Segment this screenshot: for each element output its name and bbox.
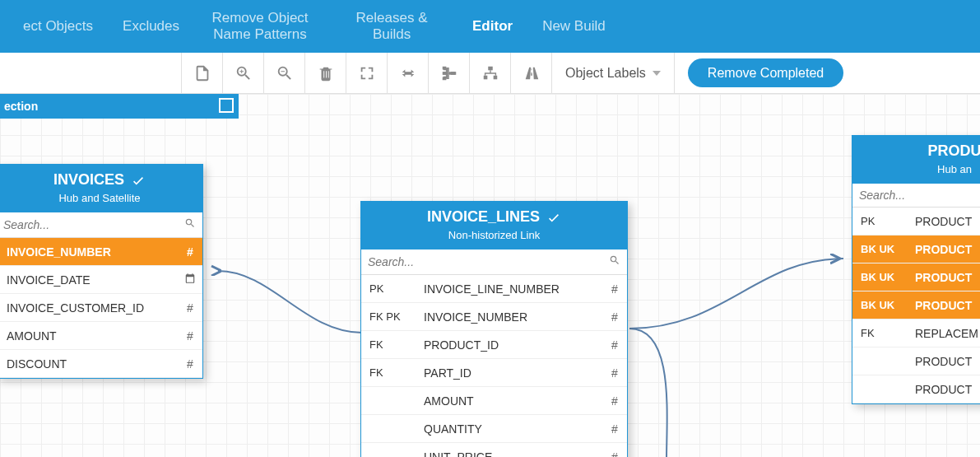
nav-new-build[interactable]: New Build: [527, 18, 620, 35]
column-key: FK: [361, 338, 419, 351]
column-name: PRODUCT_ID: [419, 338, 602, 352]
delete-button[interactable]: [304, 53, 346, 93]
column-row[interactable]: PKPRODUCT: [852, 208, 980, 235]
nav-remove-patterns[interactable]: Remove Object Name Patterns: [194, 10, 326, 44]
column-name: PRODUCT: [910, 215, 980, 228]
road-button[interactable]: [510, 53, 551, 93]
column-type-icon: #: [602, 282, 627, 296]
column-row[interactable]: PRODUCT: [852, 347, 980, 375]
column-key: BK UK: [852, 299, 910, 311]
column-row[interactable]: QUANTITY#: [361, 415, 627, 443]
column-row[interactable]: INVOICE_CUSTOMER_ID#: [0, 294, 202, 322]
column-name: PART_ID: [419, 366, 602, 380]
nav-editor[interactable]: Editor: [457, 18, 527, 35]
remove-completed-button[interactable]: Remove Completed: [688, 58, 843, 87]
trash-icon: [317, 64, 335, 82]
entity-search: [361, 249, 627, 275]
column-type-icon: #: [602, 450, 627, 458]
object-labels-dropdown[interactable]: Object Labels: [551, 53, 675, 93]
column-type-icon: #: [602, 422, 627, 436]
org-chart-icon: [481, 64, 499, 82]
svg-rect-1: [442, 72, 446, 75]
svg-rect-2: [442, 77, 446, 80]
horizontal-arrows-button[interactable]: [387, 53, 428, 93]
search-icon[interactable]: [184, 217, 196, 232]
column-row[interactable]: UNIT_PRICE#: [361, 443, 627, 457]
section-header[interactable]: ection: [0, 94, 239, 119]
column-row[interactable]: BK UKPRODUCT: [852, 291, 980, 319]
column-name: QUANTITY: [419, 422, 602, 436]
column-row[interactable]: FKREPLACEM: [852, 319, 980, 347]
column-name: INVOICE_CUSTOMER_ID: [0, 301, 178, 315]
check-icon: [131, 173, 146, 188]
svg-rect-0: [442, 66, 446, 69]
column-key: PK: [852, 215, 910, 227]
entity-invoice-lines[interactable]: INVOICE_LINES Non-historized Link PKINVO…: [360, 201, 628, 457]
connector-invoice-lines-to-products: [625, 234, 856, 333]
svg-rect-4: [488, 66, 493, 70]
column-row[interactable]: INVOICE_DATE: [0, 266, 202, 294]
zoom-out-button[interactable]: [263, 53, 304, 93]
column-row[interactable]: INVOICE_NUMBER#: [0, 238, 202, 266]
column-key: FK: [852, 327, 910, 339]
hierarchy-icon: [440, 64, 458, 82]
nav-select-objects[interactable]: ect Objects: [8, 18, 108, 35]
column-name: AMOUNT: [0, 329, 178, 343]
entity-subtitle: Hub and Satellite: [2, 192, 197, 204]
column-row[interactable]: FKPART_ID#: [361, 359, 627, 387]
nav-excludes[interactable]: Excludes: [108, 18, 194, 35]
column-key: FK: [361, 366, 419, 379]
column-row[interactable]: FKPRODUCT_ID#: [361, 331, 627, 359]
window-icon: [219, 98, 234, 113]
column-type-icon: #: [178, 329, 202, 343]
document-icon: [193, 64, 211, 82]
column-row[interactable]: BK UKPRODUCT: [852, 235, 980, 263]
connector-invoice-lines-down: [625, 316, 724, 457]
entity-title-text: INVOICE_LINES: [427, 208, 540, 226]
column-row[interactable]: AMOUNT#: [0, 322, 202, 350]
column-name: PRODUCT: [910, 383, 980, 396]
entity-header: INVOICES Hub and Satellite: [0, 165, 202, 212]
chevron-down-icon: [653, 71, 661, 76]
column-key: BK UK: [852, 271, 910, 283]
entity-invoices[interactable]: INVOICES Hub and Satellite INVOICE_NUMBE…: [0, 164, 203, 379]
new-document-button[interactable]: [181, 53, 222, 93]
column-name: INVOICE_LINE_NUMBER: [419, 282, 602, 296]
column-name: PRODUCT: [910, 243, 980, 256]
entity-header: INVOICE_LINES Non-historized Link: [361, 202, 627, 249]
horizontal-arrows-icon: [399, 64, 417, 82]
column-name: AMOUNT: [419, 394, 602, 408]
search-input[interactable]: [368, 255, 609, 268]
zoom-in-button[interactable]: [222, 53, 263, 93]
column-type-icon: #: [178, 301, 202, 315]
nav-releases-builds[interactable]: Releases & Builds: [326, 10, 457, 44]
column-name: PRODUCT: [910, 299, 980, 312]
column-type-icon: #: [602, 366, 627, 380]
column-name: DISCOUNT: [0, 357, 178, 371]
search-icon[interactable]: [609, 254, 620, 269]
search-input[interactable]: [859, 189, 980, 202]
column-row[interactable]: DISCOUNT#: [0, 350, 202, 378]
hierarchy-button[interactable]: [428, 53, 469, 93]
expand-button[interactable]: [346, 53, 387, 93]
column-row[interactable]: PRODUCT: [852, 375, 980, 403]
column-row[interactable]: FK PKINVOICE_NUMBER#: [361, 303, 627, 331]
entity-products[interactable]: PRODU Hub an PKPRODUCTBK UKPRODUCTBK UKP…: [852, 135, 980, 404]
column-name: UNIT_PRICE: [419, 450, 602, 458]
column-row[interactable]: BK UKPRODUCT: [852, 263, 980, 291]
top-nav: ect Objects Excludes Remove Object Name …: [0, 0, 980, 53]
entity-subtitle: Non-historized Link: [366, 229, 622, 241]
entity-subtitle: Hub an: [857, 163, 980, 175]
column-name: INVOICE_NUMBER: [419, 310, 602, 324]
entity-title-text: INVOICES: [53, 171, 124, 189]
diagram-canvas[interactable]: ection INVOICES Hub and Satellite INVOIC…: [0, 94, 980, 457]
column-row[interactable]: PKINVOICE_LINE_NUMBER#: [361, 275, 627, 303]
svg-rect-3: [450, 72, 455, 75]
connector-invoice-lines-to-invoices: [206, 250, 370, 349]
org-chart-button[interactable]: [469, 53, 510, 93]
column-row[interactable]: AMOUNT#: [361, 387, 627, 415]
entity-title-text: PRODU: [927, 142, 980, 160]
search-input[interactable]: [3, 218, 184, 231]
zoom-in-icon: [235, 64, 253, 82]
svg-rect-5: [483, 75, 487, 79]
